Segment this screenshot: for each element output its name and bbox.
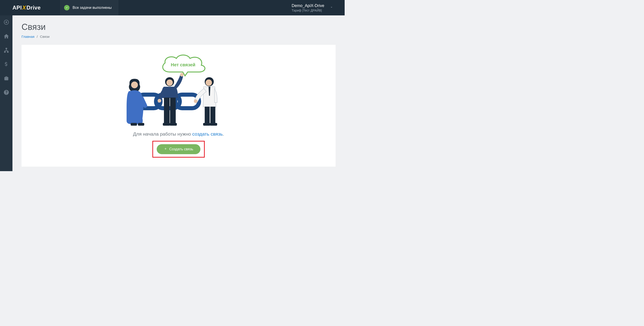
svg-point-14 [158, 99, 161, 102]
logo-text-drive: Drive [26, 4, 41, 11]
account-plan: Тариф |Тест ДРАЙВ| [292, 8, 324, 12]
sidebar-item-work[interactable] [0, 74, 12, 84]
cloud-text: Нет связей [158, 62, 208, 68]
sidebar-item-home[interactable] [0, 32, 12, 42]
svg-rect-25 [210, 123, 217, 126]
svg-rect-16 [170, 98, 176, 124]
create-connection-button[interactable]: Создать связь [157, 144, 201, 154]
briefcase-icon [4, 76, 9, 82]
dollar-icon [4, 61, 9, 68]
sidebar-item-billing[interactable] [0, 60, 12, 70]
empty-state-prompt: Для начала работы нужно создать связь. [26, 131, 331, 137]
breadcrumb: Главная / Связи [22, 35, 336, 38]
svg-rect-15 [164, 98, 170, 124]
account-name: Demo_ApiX-Drive [292, 4, 324, 8]
main-content: Связи Главная / Связи Нет связей [12, 16, 345, 171]
svg-point-20 [206, 80, 212, 86]
breadcrumb-current: Связи [40, 35, 50, 38]
logo-text-api: API [12, 4, 22, 11]
svg-rect-22 [205, 107, 210, 124]
svg-rect-9 [131, 123, 137, 126]
check-circle-icon [64, 5, 70, 10]
empty-state-panel: Нет связей [22, 45, 336, 166]
empty-state-illustration: Нет связей [120, 52, 238, 126]
tasks-status-text: Все задачи выполнены [73, 6, 112, 10]
svg-rect-17 [163, 123, 170, 126]
create-connection-button-label: Создать связь [170, 147, 194, 151]
help-icon [4, 90, 9, 96]
tasks-status[interactable]: Все задачи выполнены [60, 0, 118, 16]
sidebar-item-help[interactable] [0, 88, 12, 98]
account-menu[interactable]: Demo_ApiX-Drive Тариф |Тест ДРАЙВ| [292, 4, 333, 12]
svg-rect-2 [7, 52, 8, 52]
plus-icon [164, 147, 167, 151]
svg-rect-23 [210, 107, 215, 124]
svg-point-12 [166, 80, 173, 86]
highlight-box: Создать связь [152, 141, 205, 158]
breadcrumb-separator: / [37, 35, 38, 38]
svg-rect-24 [203, 123, 210, 126]
home-icon [4, 33, 9, 40]
svg-rect-0 [6, 48, 6, 49]
page-title: Связи [22, 22, 336, 32]
logo[interactable]: API X Drive [0, 4, 41, 11]
svg-point-7 [131, 82, 138, 88]
create-connection-link[interactable]: создать связь [192, 131, 223, 136]
top-header: API X Drive Все задачи выполнены Demo_Ap… [0, 0, 345, 16]
breadcrumb-home-link[interactable]: Главная [22, 35, 34, 38]
logo-text-x: X [22, 4, 26, 11]
prompt-prefix: Для начала работы нужно [133, 131, 192, 136]
sidebar-item-connections[interactable] [0, 46, 12, 56]
prompt-suffix: . [223, 131, 224, 136]
svg-rect-1 [4, 52, 5, 52]
people-chain-illustration [120, 71, 238, 126]
svg-rect-10 [138, 123, 144, 126]
sidebar [0, 16, 12, 171]
arrow-circle-icon [4, 19, 9, 26]
svg-point-13 [180, 73, 184, 76]
sidebar-item-start[interactable] [0, 18, 12, 28]
sitemap-icon [4, 47, 9, 54]
account-info: Demo_ApiX-Drive Тариф |Тест ДРАЙВ| [292, 4, 324, 12]
svg-point-21 [194, 100, 198, 103]
svg-rect-18 [170, 123, 177, 126]
chevron-down-icon [330, 6, 333, 10]
